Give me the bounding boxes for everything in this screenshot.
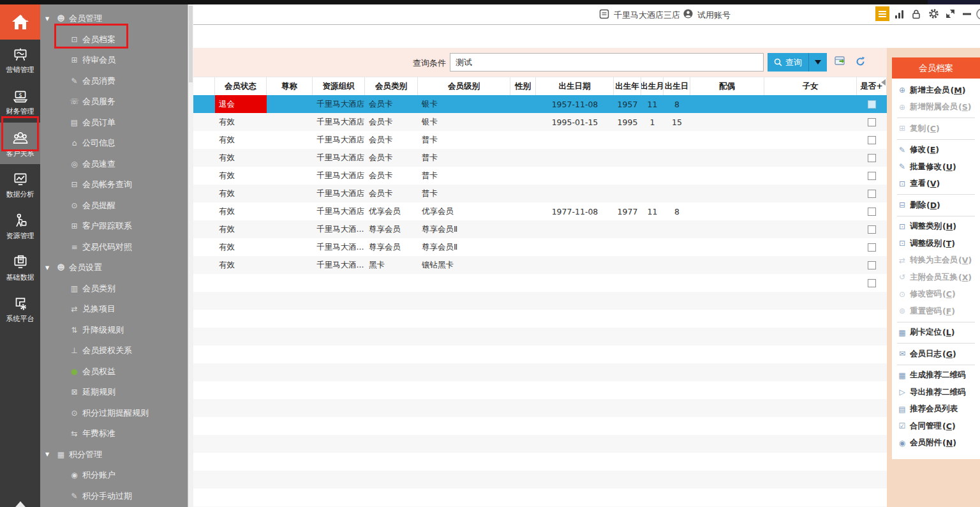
table-row[interactable]: 有效千里马大酒店会员卡普卡 — [153, 167, 887, 185]
search-button[interactable]: 查询 — [768, 53, 808, 72]
menu-item-7[interactable]: ◎会员速查 — [40, 154, 188, 175]
row-checkbox[interactable] — [868, 225, 876, 234]
action-13[interactable]: ▦刷卡定位(L) — [892, 324, 980, 342]
column-header-3[interactable]: 资源组织 — [313, 77, 365, 95]
close-icon[interactable] — [973, 6, 980, 21]
menu-item-3[interactable]: ✎会员消费 — [40, 71, 188, 92]
action-17[interactable]: ▤推荐会员列表 — [892, 401, 980, 418]
row-checkbox[interactable] — [868, 279, 876, 287]
column-header-6[interactable]: 性别 — [510, 77, 536, 95]
table-row[interactable]: 有效千里马大酒...尊享会员尊享会员Ⅱ — [153, 238, 887, 256]
menu-item-1[interactable]: ⊡会员档案 — [40, 29, 188, 50]
action-15[interactable]: ▦生成推荐二维码 — [892, 367, 980, 384]
menu-scrollbar[interactable] — [188, 4, 193, 507]
table-empty-row[interactable] — [153, 471, 887, 488]
action-3[interactable]: ✎修改(E) — [892, 142, 980, 159]
menu-item-19[interactable]: ⊙积分过期提醒规则 — [40, 403, 188, 424]
sidebar-item-6[interactable]: 系统平台 — [0, 289, 40, 330]
table-row[interactable]: 有效千里马大酒店优享会员优享会员1977-11-081977118 — [153, 202, 887, 220]
table-empty-row[interactable] — [153, 399, 887, 417]
table-row[interactable]: 有效千里马大酒店会员卡普卡 — [153, 185, 887, 202]
row-checkbox[interactable] — [868, 172, 876, 180]
row-checkbox[interactable] — [868, 100, 876, 109]
menu-item-11[interactable]: ≡交易代码对照 — [40, 237, 188, 258]
row-checkbox[interactable] — [868, 136, 876, 144]
gear-icon[interactable] — [926, 6, 940, 21]
table-row[interactable]: 有效千里马大酒...黑卡镶钻黑卡 — [153, 256, 887, 274]
table-row[interactable]: 有效千里马大酒店会员卡普卡 — [153, 149, 887, 167]
menu-scrollbar-thumb[interactable] — [189, 6, 193, 82]
minimize-icon[interactable] — [960, 6, 974, 21]
query-condition-input[interactable] — [450, 53, 764, 72]
menu-item-14[interactable]: ⇄兑换项目 — [40, 299, 188, 320]
action-18[interactable]: ☑合同管理(C) — [892, 418, 980, 435]
bar-chart-icon[interactable] — [892, 6, 906, 21]
row-checkbox[interactable] — [868, 190, 876, 198]
row-checkbox[interactable] — [868, 243, 876, 252]
table-empty-row[interactable] — [153, 363, 887, 381]
menu-item-6[interactable]: ⌂公司信息 — [40, 133, 188, 154]
action-5[interactable]: ⊡查看(V) — [892, 176, 980, 193]
table-empty-row[interactable] — [153, 417, 887, 435]
column-header-9[interactable]: 出生月 — [641, 77, 664, 95]
table-empty-row[interactable] — [153, 453, 887, 471]
menu-item-17[interactable]: ●会员权益 — [40, 361, 188, 382]
action-4[interactable]: ✎批量修改(U) — [892, 158, 980, 176]
home-button[interactable] — [0, 4, 40, 40]
column-header-8[interactable]: 出生年 — [614, 77, 641, 95]
row-checkbox[interactable] — [868, 261, 876, 269]
action-8[interactable]: ⊡调整级别(T) — [892, 235, 980, 252]
menu-item-22[interactable]: ◉积分账户 — [40, 465, 188, 486]
column-header-2[interactable]: 尊称 — [267, 77, 313, 95]
hamburger-menu-icon[interactable] — [875, 6, 889, 21]
column-header-5[interactable]: 会员级别 — [418, 77, 510, 95]
menu-item-4[interactable]: ☏会员服务 — [40, 91, 188, 112]
action-7[interactable]: ⊡调整类别(H) — [892, 218, 980, 236]
menu-item-5[interactable]: ▤会员订单 — [40, 112, 188, 133]
row-checkbox[interactable] — [868, 118, 876, 126]
table-empty-row[interactable] — [153, 328, 887, 345]
panel-collapse-arrow-icon[interactable] — [881, 79, 886, 86]
table-empty-row[interactable] — [153, 488, 887, 506]
column-header-12[interactable]: 子女 — [764, 77, 857, 95]
action-0[interactable]: ⊕新增主会员(M) — [892, 82, 980, 99]
row-checkbox[interactable] — [868, 208, 876, 216]
action-16[interactable]: ▷导出推荐二维码 — [892, 384, 980, 401]
table-row[interactable] — [153, 274, 887, 292]
menu-item-0[interactable]: ▼☻会员管理 — [40, 8, 188, 29]
sidebar-item-5[interactable]: 基础数据 — [0, 247, 40, 289]
lock-icon[interactable] — [909, 6, 923, 21]
menu-item-23[interactable]: ✎积分手动过期 — [40, 486, 188, 507]
export-excel-icon[interactable] — [835, 56, 847, 67]
menu-item-10[interactable]: ⊞客户跟踪联系 — [40, 216, 188, 237]
table-empty-row[interactable] — [153, 292, 887, 310]
menu-item-13[interactable]: ▥会员类别 — [40, 278, 188, 299]
menu-item-2[interactable]: ⊞待审会员 — [40, 50, 188, 71]
action-19[interactable]: ◉会员附件(N) — [892, 435, 980, 452]
refresh-icon[interactable] — [855, 56, 866, 67]
row-checkbox[interactable] — [868, 154, 876, 162]
table-row[interactable]: 退会千里马大酒店会员卡银卡1957-11-081957118 — [153, 95, 887, 113]
sidebar-item-0[interactable]: 营销管理 — [0, 40, 40, 81]
table-row[interactable]: 有效千里马大酒店会员卡普卡 — [153, 131, 887, 149]
table-empty-row[interactable] — [153, 345, 887, 363]
table-empty-row[interactable] — [153, 435, 887, 453]
table-row[interactable]: 有效千里马大酒...尊享会员尊享会员Ⅱ — [153, 220, 887, 238]
expand-icon[interactable] — [943, 6, 957, 21]
menu-item-21[interactable]: ▼▦积分管理 — [40, 444, 188, 465]
sidebar-item-3[interactable]: 数据分析 — [0, 164, 40, 206]
column-header-7[interactable]: 出生日期 — [536, 77, 614, 95]
table-empty-row[interactable] — [153, 310, 887, 328]
menu-item-20[interactable]: ⇆年费标准 — [40, 423, 188, 444]
sidebar-item-4[interactable]: 资源管理 — [0, 206, 40, 247]
search-dropdown-button[interactable] — [808, 53, 827, 72]
column-header-11[interactable]: 配偶 — [690, 77, 764, 95]
column-header-10[interactable]: 出生日 — [664, 77, 690, 95]
menu-item-12[interactable]: ▼☻会员设置 — [40, 257, 188, 278]
column-header-1[interactable]: 会员状态 — [215, 77, 267, 95]
column-header-4[interactable]: 会员类别 — [365, 77, 418, 95]
table-empty-row[interactable] — [153, 381, 887, 399]
menu-item-16[interactable]: ⊥会员授权关系 — [40, 340, 188, 361]
action-6[interactable]: ⊟删除(D) — [892, 197, 980, 214]
menu-item-15[interactable]: ⇅升降级规则 — [40, 320, 188, 341]
